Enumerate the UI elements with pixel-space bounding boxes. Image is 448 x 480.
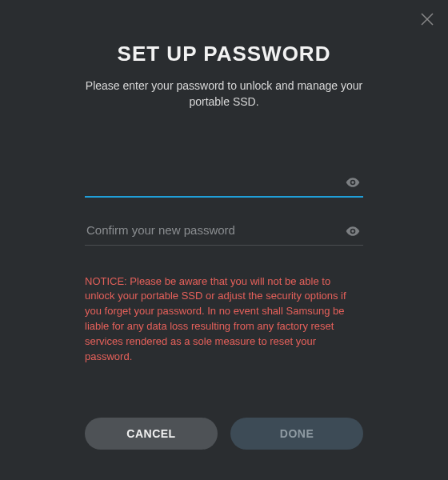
dialog-subtitle: Please enter your password to unlock and… (85, 78, 363, 110)
eye-icon (345, 174, 361, 190)
confirm-password-field-row (85, 217, 363, 246)
done-button[interactable]: DONE (230, 418, 363, 450)
dialog-content: SET UP PASSWORD Please enter your passwo… (0, 0, 448, 365)
notice-text: NOTICE: Please be aware that you will no… (85, 274, 363, 365)
toggle-confirm-visibility[interactable] (344, 222, 362, 240)
button-row: CANCEL DONE (85, 418, 363, 450)
close-icon (419, 11, 435, 27)
confirm-password-input[interactable] (85, 217, 363, 246)
password-field-row (85, 168, 363, 198)
dialog-title: SET UP PASSWORD (118, 42, 331, 66)
toggle-password-visibility[interactable] (344, 174, 362, 191)
close-button[interactable] (418, 10, 437, 29)
cancel-button[interactable]: CANCEL (85, 418, 218, 450)
eye-icon (345, 223, 361, 239)
password-input[interactable] (85, 168, 363, 198)
